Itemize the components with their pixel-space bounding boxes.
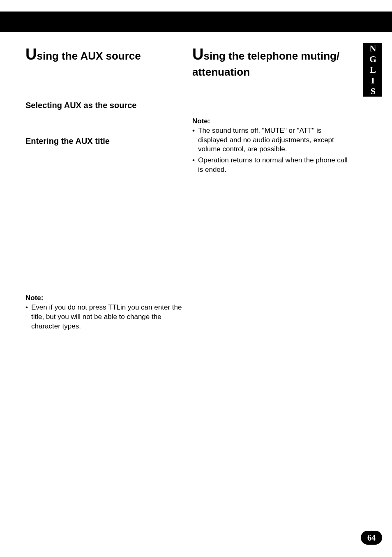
right-note-block: Note: The sound turns off, "MUTE" or "AT… [192,117,353,175]
left-column: Using the AUX source Selecting AUX as th… [25,45,186,153]
subhead-selecting-aux: Selecting AUX as the source [25,101,186,110]
section-title-aux: Using the AUX source [25,45,186,64]
note-label: Note: [192,117,353,125]
note-list: The sound turns off, "MUTE" or "ATT" is … [192,126,353,175]
spacer [25,118,186,134]
title-rest-line2: attenuation [192,66,250,78]
section-title-telephone: Using the telephone muting/ attenuation [192,45,353,79]
document-page: ENGLISH Using the AUX source Selecting A… [0,0,392,557]
language-tab: ENGLISH [363,43,382,97]
note-label: Note: [25,294,186,302]
note-list: Even if you do not press TTLin you can e… [25,303,186,331]
title-bigletter: U [192,46,203,63]
subhead-entering-aux-title: Entering the AUX title [25,136,186,146]
title-rest-line1: sing the telephone muting/ [203,50,339,62]
list-item: Even if you do not press TTLin you can e… [25,303,186,331]
page-number-badge: 64 [361,531,382,545]
title-bigletter: U [25,46,37,63]
top-black-bar [0,12,392,32]
right-column: Using the telephone muting/ attenuation … [192,45,353,176]
title-rest: sing the AUX source [37,50,141,62]
language-tab-label: ENGLISH [367,32,378,107]
left-note-block: Note: Even if you do not press TTLin you… [25,294,186,333]
page-number: 64 [367,533,376,543]
spacer [25,74,186,98]
list-item: The sound turns off, "MUTE" or "ATT" is … [192,126,353,155]
list-item: Operation returns to normal when the pho… [192,156,353,175]
